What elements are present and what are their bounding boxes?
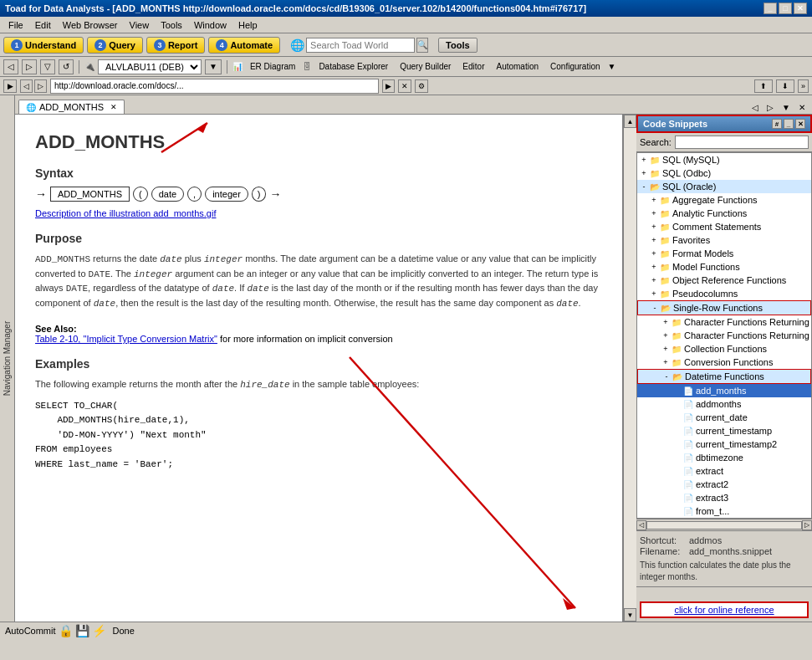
addr-back[interactable]: ◁ (20, 79, 33, 93)
tree-addmonths[interactable]: 📄 addmonths (637, 397, 811, 411)
tree-conversion[interactable]: + 📁 Conversion Functions (637, 356, 811, 369)
addr-extra1[interactable]: ⬆ (754, 79, 773, 93)
expand-objref[interactable]: + (649, 276, 659, 284)
address-input[interactable] (50, 79, 379, 94)
menu-window[interactable]: Window (189, 19, 232, 31)
automate-btn[interactable]: 4 Automate (208, 37, 280, 54)
er-diagram-btn[interactable]: ER Diagram (246, 60, 299, 73)
expand-model[interactable]: + (649, 263, 659, 271)
tree-current-date[interactable]: 📄 current_date (637, 411, 811, 424)
understand-btn[interactable]: 1 Understand (3, 37, 84, 54)
tab-close-all-btn[interactable]: ✕ (795, 101, 809, 114)
tree-comment[interactable]: + 📁 Comment Statements (637, 220, 811, 233)
tree-sql-mysql[interactable]: + 📁 SQL (MySQL) (637, 153, 811, 166)
expand-pseudo[interactable]: + (649, 289, 659, 298)
tree-analytic[interactable]: + 📁 Analytic Functions (637, 207, 811, 220)
info-scrollbar[interactable] (636, 586, 812, 598)
expand-conversion[interactable]: + (661, 358, 671, 366)
tree-dbtimezone[interactable]: 📄 dbtimezone (637, 451, 811, 464)
expand-mysql[interactable]: + (639, 156, 649, 164)
addr-fwd[interactable]: ▷ (34, 79, 47, 93)
tb-fwd[interactable]: ▷ (22, 59, 37, 74)
menu-view[interactable]: View (125, 19, 155, 31)
tree-charret1[interactable]: + 📁 Character Functions Returning (637, 315, 811, 329)
tree-add-months[interactable]: 📄 add_months (637, 384, 811, 397)
tree-objref[interactable]: + 📁 Object Reference Functions (637, 274, 811, 287)
menu-file[interactable]: File (3, 19, 28, 31)
doc-area[interactable]: ADD_MONTHS Syntax → ADD_MONTHS ( date , … (15, 115, 623, 622)
expand-favorites[interactable]: + (649, 236, 659, 244)
addr-more[interactable]: » (798, 79, 809, 93)
expand-aggregate[interactable]: + (649, 196, 659, 204)
tree-current-ts[interactable]: 📄 current_timestamp (637, 424, 811, 437)
see-also-link[interactable]: Table 2-10, "Implicit Type Conversion Ma… (35, 334, 217, 344)
tab-close-btn[interactable]: ✕ (110, 103, 117, 111)
expand-charret1[interactable]: + (661, 318, 671, 326)
search-world-btn[interactable]: 🔍 (416, 38, 428, 53)
addr-go[interactable]: ▶ (382, 79, 395, 93)
expand-datetime[interactable]: - (661, 372, 672, 381)
tree-scroll-right[interactable]: ▷ (802, 520, 812, 530)
maximize-btn[interactable]: □ (779, 3, 792, 14)
expand-oracle[interactable]: - (639, 182, 649, 191)
tree-hscrollbar[interactable]: ◁ ▷ (636, 519, 812, 530)
syntax-diagram-link[interactable]: Description of the illustration add_mont… (35, 208, 216, 218)
scroll-track[interactable] (624, 128, 636, 608)
tree-format[interactable]: + 📁 Format Models (637, 247, 811, 260)
tree-extract3[interactable]: 📄 extract3 (637, 491, 811, 504)
scroll-up-btn[interactable]: ▲ (624, 115, 636, 128)
tree-scroll-left[interactable]: ◁ (636, 520, 646, 530)
snippets-search-input[interactable] (675, 136, 809, 149)
menu-webbrowser[interactable]: Web Browser (58, 19, 123, 31)
expand-analytic[interactable]: + (649, 209, 659, 217)
tree-model[interactable]: + 📁 Model Functions (637, 260, 811, 274)
expand-charret2[interactable]: + (661, 331, 671, 340)
tb-back[interactable]: ◁ (3, 59, 18, 74)
query-builder-btn[interactable]: Query Builder (396, 60, 455, 73)
tree-aggregate[interactable]: + 📁 Aggregate Functions (637, 193, 811, 207)
tree-sql-odbc[interactable]: + 📁 SQL (Odbc) (637, 166, 811, 180)
tree-charret2[interactable]: + 📁 Character Functions Returning (637, 329, 811, 342)
tree-current-ts2[interactable]: 📄 current_timestamp2 (637, 437, 811, 451)
editor-btn[interactable]: Editor (458, 60, 488, 73)
scroll-down-btn[interactable]: ▼ (624, 608, 636, 622)
tree-pseudo[interactable]: + 📁 Pseudocolumns (637, 287, 811, 300)
online-ref-btn[interactable]: click for online reference (640, 601, 809, 618)
menu-edit[interactable]: Edit (30, 19, 56, 31)
search-world-input[interactable] (306, 38, 415, 53)
menu-tools[interactable]: Tools (156, 19, 187, 31)
minimize-btn[interactable]: _ (763, 3, 777, 14)
addr-expand[interactable]: ▶ (3, 79, 17, 93)
tab-right-btn[interactable]: ▷ (763, 101, 777, 114)
tree-htrack[interactable] (646, 521, 802, 530)
tab-dropdown-btn[interactable]: ▼ (779, 101, 794, 114)
tools-btn[interactable]: Tools (438, 38, 477, 53)
tree-extract[interactable]: 📄 extract (637, 464, 811, 478)
connection-select[interactable]: ALVLABU11 (DEB) (98, 59, 202, 74)
expand-collection[interactable]: + (661, 345, 671, 353)
expand-format[interactable]: + (649, 249, 659, 258)
query-btn[interactable]: 2 Query (87, 37, 143, 54)
tree-extract2[interactable]: 📄 extract2 (637, 478, 811, 491)
close-btn[interactable]: ✕ (794, 3, 807, 14)
report-btn[interactable]: 3 Report (146, 37, 205, 54)
addr-options[interactable]: ⚙ (415, 79, 428, 93)
tree-datetime[interactable]: - 📂 Datetime Functions (637, 369, 811, 384)
addr-extra2[interactable]: ⬇ (776, 79, 794, 93)
tree-favorites[interactable]: + 📁 Favorites (637, 233, 811, 247)
db-explorer-btn[interactable]: Database Explorer (314, 60, 392, 73)
tree-sql-oracle[interactable]: - 📂 SQL (Oracle) (637, 180, 811, 193)
tb-down[interactable]: ▽ (40, 59, 55, 74)
conn-dropdown[interactable]: ▼ (205, 59, 222, 74)
tree-singlerow[interactable]: - 📂 Single-Row Functions (637, 300, 811, 315)
tab-add-months[interactable]: 🌐 ADD_MONTHS ✕ (18, 100, 125, 114)
tb-refresh[interactable]: ↺ (59, 59, 74, 74)
expand-comment[interactable]: + (649, 223, 659, 231)
menu-help[interactable]: Help (233, 19, 263, 31)
panel-close-btn[interactable]: ✕ (795, 119, 805, 129)
addr-stop[interactable]: ✕ (398, 79, 411, 93)
expand-singlerow[interactable]: - (650, 304, 660, 312)
config-btn[interactable]: Configuration (546, 60, 604, 73)
tree-from-t[interactable]: 📄 from_t... (637, 504, 811, 518)
panel-pin-btn[interactable]: # (772, 119, 782, 129)
